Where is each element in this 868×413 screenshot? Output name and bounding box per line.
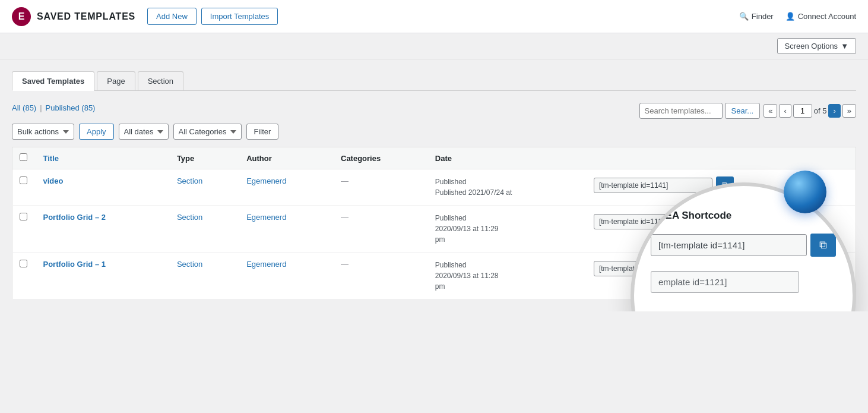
date-cell: Published2020/09/13 at 11:28pm xyxy=(428,253,587,299)
author-link[interactable]: Egemenerd xyxy=(246,260,286,269)
tab-page[interactable]: Page xyxy=(97,71,135,90)
last-page-button[interactable]: » xyxy=(842,104,856,118)
magnifier-second-shortcode-row xyxy=(651,271,836,293)
magnifier-copy-button[interactable]: ⧉ xyxy=(810,234,836,257)
published-status-link[interactable]: Published (85) xyxy=(46,103,96,112)
template-title-link[interactable]: Portfolio Grid – 2 xyxy=(43,213,106,222)
categories-cell: — xyxy=(334,206,428,253)
all-status-link[interactable]: All (85) xyxy=(12,103,36,112)
title-column-header[interactable]: Title xyxy=(36,147,170,169)
row-checkbox-cell xyxy=(12,169,36,206)
first-page-button[interactable]: « xyxy=(764,104,777,118)
table-wrapper: Title Type Author Categories Date xyxy=(12,147,856,299)
author-cell: Egemenerd xyxy=(239,169,334,206)
categories-column-header: Categories xyxy=(334,147,428,169)
magnifier-shortcode-row: ⧉ xyxy=(651,234,836,257)
row-checkbox-cell xyxy=(12,206,36,253)
apply-button[interactable]: Apply xyxy=(79,124,114,140)
main-content: Saved Templates Page Section All (85) | … xyxy=(0,59,868,311)
filter-row: Bulk actions Apply All dates All Categor… xyxy=(12,124,856,140)
logo-area: E SAVED TEMPLATES xyxy=(12,7,135,26)
template-title-link[interactable]: video xyxy=(43,176,64,185)
add-new-button[interactable]: Add New xyxy=(147,8,197,25)
elementor-logo: E xyxy=(12,7,31,26)
author-link[interactable]: Egemenerd xyxy=(246,213,286,222)
prev-page-button[interactable]: ‹ xyxy=(779,104,791,118)
search-area: Sear... xyxy=(639,103,761,119)
shortcode-column-header xyxy=(587,147,856,169)
tab-section[interactable]: Section xyxy=(138,71,183,90)
date-cell: Published2020/09/13 at 11:29pm xyxy=(428,206,587,253)
top-bar: E SAVED TEMPLATES Add New Import Templat… xyxy=(0,0,868,33)
search-input[interactable] xyxy=(639,103,723,119)
screen-options-button[interactable]: Screen Options ▼ xyxy=(777,38,856,54)
type-cell: Section xyxy=(170,206,239,253)
template-title-link[interactable]: Portfolio Grid – 1 xyxy=(43,260,106,269)
categories-cell: — xyxy=(334,169,428,206)
of-pages-text: of 5 xyxy=(814,106,827,115)
connect-account-link[interactable]: 👤 Connect Account xyxy=(785,12,856,21)
author-link[interactable]: Egemenerd xyxy=(246,176,286,185)
title-cell: Portfolio Grid – 2 xyxy=(36,206,170,253)
tab-saved-templates[interactable]: Saved Templates xyxy=(12,71,94,91)
type-cell: Section xyxy=(170,253,239,299)
page-title: SAVED TEMPLATES xyxy=(37,11,135,22)
type-cell: Section xyxy=(170,169,239,206)
date-cell: PublishedPublished 2021/07/24 at xyxy=(428,169,587,206)
page-number-input[interactable] xyxy=(793,104,812,118)
blue-orb xyxy=(784,171,826,213)
author-column-header: Author xyxy=(239,147,334,169)
tabs: Saved Templates Page Section xyxy=(12,71,856,91)
row-checkbox[interactable] xyxy=(20,176,27,184)
screen-options-bar: Screen Options ▼ xyxy=(0,33,868,59)
header-buttons: Add New Import Templates xyxy=(147,8,278,25)
status-links: All (85) | Published (85) xyxy=(12,103,95,112)
select-all-header xyxy=(12,147,36,169)
top-pagination: « ‹ of 5 › » xyxy=(764,104,856,118)
row-checkbox-cell xyxy=(12,253,36,299)
finder-link[interactable]: 🔍 Finder xyxy=(739,12,774,21)
type-link[interactable]: Section xyxy=(177,260,202,269)
date-column-header: Date xyxy=(428,147,587,169)
magnifier-shortcode-input-2[interactable] xyxy=(651,271,799,293)
search-button[interactable]: Sear... xyxy=(725,103,761,119)
import-templates-button[interactable]: Import Templates xyxy=(201,8,278,25)
all-dates-dropdown[interactable]: All dates xyxy=(119,124,169,140)
filter-button[interactable]: Filter xyxy=(246,124,279,140)
title-cell: video xyxy=(36,169,170,206)
author-cell: Egemenerd xyxy=(239,206,334,253)
select-all-checkbox[interactable] xyxy=(20,153,27,161)
type-column-header: Type xyxy=(170,147,239,169)
type-link[interactable]: Section xyxy=(177,176,202,185)
categories-cell: — xyxy=(334,253,428,299)
title-cell: Portfolio Grid – 1 xyxy=(36,253,170,299)
bulk-actions-dropdown[interactable]: Bulk actions xyxy=(12,124,74,140)
next-page-button[interactable]: › xyxy=(828,104,840,118)
author-cell: Egemenerd xyxy=(239,253,334,299)
all-categories-dropdown[interactable]: All Categories xyxy=(173,124,242,140)
row-checkbox[interactable] xyxy=(20,213,27,220)
status-pagination-row: All (85) | Published (85) Sear... « ‹ of… xyxy=(12,103,856,119)
row-checkbox[interactable] xyxy=(20,260,27,267)
user-icon: 👤 xyxy=(785,12,795,21)
type-link[interactable]: Section xyxy=(177,213,202,222)
status-sep: | xyxy=(40,103,42,112)
header-right: 🔍 Finder 👤 Connect Account xyxy=(739,12,856,21)
search-icon: 🔍 xyxy=(739,12,749,21)
magnifier-shortcode-input[interactable] xyxy=(651,234,807,256)
